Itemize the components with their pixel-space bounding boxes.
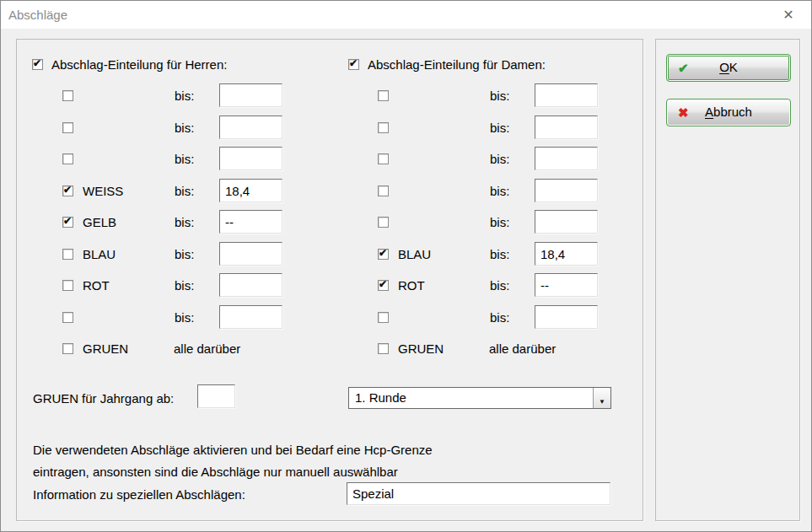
herren-gruen-row: GRUEN alle darüber bbox=[62, 336, 292, 362]
runde-select[interactable]: 1. Runde ▼ bbox=[348, 387, 611, 409]
runde-selected-value: 1. Runde bbox=[355, 390, 406, 405]
herren-row: bis: bbox=[62, 116, 292, 141]
bis-input[interactable] bbox=[219, 147, 282, 170]
herren-row: BLAU bis: bbox=[62, 242, 292, 267]
bis-input[interactable] bbox=[535, 83, 598, 107]
tee-label: ROT bbox=[398, 278, 425, 293]
bis-label: bis: bbox=[490, 152, 509, 166]
herren-row: bis: bbox=[62, 83, 292, 109]
bis-input[interactable] bbox=[219, 210, 282, 234]
bis-label: bis: bbox=[175, 247, 194, 261]
checkbox[interactable] bbox=[62, 153, 73, 164]
bis-label: bis: bbox=[175, 215, 194, 229]
checkbox[interactable] bbox=[62, 280, 73, 291]
bis-input[interactable] bbox=[219, 242, 282, 266]
bis-input[interactable] bbox=[535, 305, 598, 329]
checkbox[interactable] bbox=[62, 249, 73, 260]
checkbox[interactable] bbox=[378, 312, 389, 323]
tee-label: WEISS bbox=[83, 184, 123, 198]
herren-row: GELB bis: bbox=[62, 210, 292, 235]
damen-header-label: Abschlag-Einteilung für Damen: bbox=[368, 57, 546, 72]
window-title: Abschläge bbox=[8, 8, 67, 22]
bis-label: bis: bbox=[175, 278, 194, 293]
hint-line-1: Die verwendeten Abschläge aktivieren und… bbox=[33, 443, 433, 457]
alle-darueber-label: alle darüber bbox=[489, 341, 556, 356]
jahrgang-input[interactable] bbox=[197, 384, 235, 408]
checkbox[interactable] bbox=[62, 185, 73, 196]
checkbox[interactable] bbox=[62, 217, 73, 228]
checkbox[interactable] bbox=[62, 122, 73, 133]
ok-label: OK bbox=[667, 60, 790, 74]
checkbox[interactable] bbox=[378, 343, 389, 354]
tee-label: BLAU bbox=[83, 247, 116, 261]
checkbox[interactable] bbox=[378, 249, 389, 260]
checkbox[interactable] bbox=[378, 153, 389, 164]
info-input[interactable] bbox=[347, 482, 610, 505]
checkbox[interactable] bbox=[62, 90, 73, 101]
bis-label: bis: bbox=[490, 121, 509, 135]
herren-row: ROT bis: bbox=[62, 273, 292, 298]
hint-line-2: eintragen, ansonsten sind die Abschläge … bbox=[33, 465, 398, 479]
checkbox[interactable] bbox=[378, 280, 389, 291]
herren-row: WEISS bis: bbox=[62, 179, 292, 204]
ok-button[interactable]: ✔ OK bbox=[666, 54, 791, 82]
damen-row: bis: bbox=[378, 305, 607, 330]
bis-label: bis: bbox=[490, 310, 509, 325]
gruen-footer-label: GRUEN bbox=[33, 391, 78, 406]
bis-input[interactable] bbox=[535, 242, 598, 266]
damen-row: bis: bbox=[378, 116, 607, 141]
tee-label: GRUEN bbox=[398, 341, 444, 356]
bis-input[interactable] bbox=[535, 273, 598, 297]
checkbox[interactable] bbox=[348, 59, 359, 70]
damen-row: bis: bbox=[378, 147, 607, 172]
bis-label: bis: bbox=[175, 184, 194, 198]
bis-label: bis: bbox=[175, 152, 194, 166]
damen-gruen-row: GRUEN alle darüber bbox=[378, 336, 607, 362]
bis-label: bis: bbox=[175, 89, 194, 103]
bis-input[interactable] bbox=[219, 179, 282, 202]
checkbox[interactable] bbox=[32, 59, 43, 70]
damen-row: bis: bbox=[378, 210, 607, 235]
checkbox[interactable] bbox=[62, 312, 73, 323]
herren-row: bis: bbox=[62, 305, 292, 330]
info-label: Information zu speziellen Abschlägen: bbox=[33, 487, 245, 502]
tee-label: BLAU bbox=[398, 247, 431, 261]
dialog-abschlaege: Abschläge ✕ Abschlag-Einteilung für Herr… bbox=[0, 0, 812, 532]
bis-label: bis: bbox=[175, 121, 194, 135]
damen-row: bis: bbox=[378, 83, 607, 109]
bis-input[interactable] bbox=[535, 116, 598, 139]
bis-label: bis: bbox=[490, 278, 509, 293]
bis-label: bis: bbox=[490, 89, 509, 103]
alle-darueber-label: alle darüber bbox=[174, 341, 240, 356]
tee-label: ROT bbox=[83, 278, 110, 293]
bis-input[interactable] bbox=[219, 273, 282, 297]
checkbox[interactable] bbox=[378, 185, 389, 196]
bis-label: bis: bbox=[175, 310, 194, 325]
tee-label: GRUEN bbox=[83, 341, 128, 356]
bis-label: bis: bbox=[490, 184, 509, 198]
tee-label: GELB bbox=[83, 215, 116, 229]
jahrgang-label: für Jahrgang ab: bbox=[82, 391, 174, 406]
bis-input[interactable] bbox=[535, 210, 598, 234]
titlebar: Abschläge ✕ bbox=[1, 1, 811, 29]
abbruch-label: Abbruch bbox=[667, 105, 790, 119]
bis-input[interactable] bbox=[219, 116, 282, 139]
close-icon[interactable]: ✕ bbox=[779, 7, 798, 24]
chevron-down-icon[interactable]: ▼ bbox=[593, 388, 610, 408]
checkbox[interactable] bbox=[62, 343, 73, 354]
damen-row: BLAU bis: bbox=[378, 242, 607, 267]
checkbox[interactable] bbox=[378, 90, 389, 101]
bis-input[interactable] bbox=[219, 83, 282, 107]
herren-header-label: Abschlag-Einteilung für Herren: bbox=[51, 57, 227, 72]
bis-input[interactable] bbox=[535, 179, 598, 202]
bis-label: bis: bbox=[490, 247, 509, 261]
abbruch-button[interactable]: ✖ Abbruch bbox=[666, 99, 791, 126]
damen-row: ROT bis: bbox=[378, 273, 607, 298]
damen-row: bis: bbox=[378, 179, 607, 204]
herren-row: bis: bbox=[62, 147, 292, 172]
checkbox[interactable] bbox=[378, 122, 389, 133]
checkbox[interactable] bbox=[378, 217, 389, 228]
bis-input[interactable] bbox=[219, 305, 282, 329]
bis-label: bis: bbox=[490, 215, 509, 229]
bis-input[interactable] bbox=[535, 147, 598, 170]
